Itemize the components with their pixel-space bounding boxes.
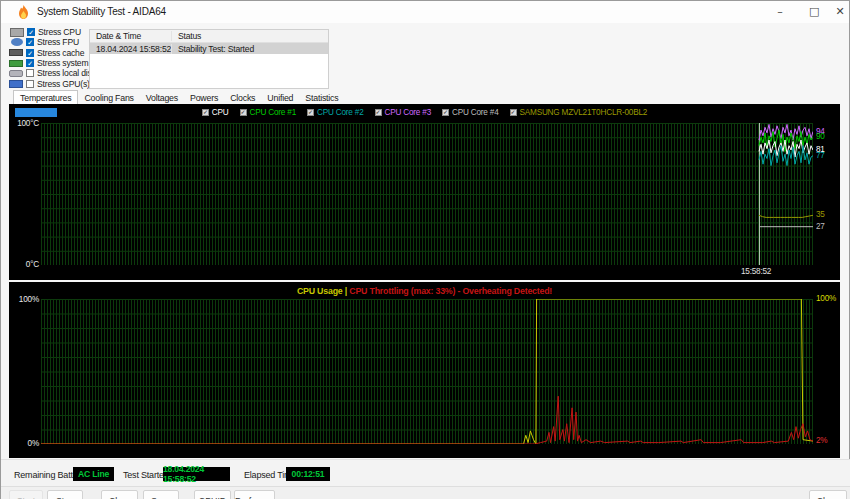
series-end-value-label: 2% xyxy=(816,436,827,445)
memory-icon xyxy=(9,60,23,67)
legend-item: ✓CPU Core #3 xyxy=(375,108,432,117)
aida64-flame-icon xyxy=(17,5,30,19)
series-end-value-label: 90 xyxy=(816,132,825,141)
chart-title-left: CPU Usage xyxy=(297,286,343,296)
y-axis-max-label: 100% xyxy=(11,295,39,304)
tab-statistics[interactable]: Statistics xyxy=(299,91,344,104)
temperature-plot xyxy=(41,123,813,265)
legend-label: SAMSUNG MZVL21T0HCLR-00BL2 xyxy=(520,108,648,117)
stress-option-label: Stress CPU xyxy=(38,27,81,37)
tab-temperatures[interactable]: Temperatures xyxy=(13,90,78,104)
legend-checkbox[interactable]: ✓ xyxy=(375,109,382,116)
legend-checkbox[interactable]: ✓ xyxy=(442,109,449,116)
stress-checkbox[interactable]: ✓ xyxy=(26,59,34,67)
stress-checkbox[interactable]: ✓ xyxy=(27,28,35,36)
column-status: Status xyxy=(172,31,328,41)
column-date-time: Date & Time xyxy=(90,31,172,41)
button-bar: Start Stop Clear Save CPUID Preferences … xyxy=(1,486,850,499)
stress-option-row: Stress GPU(s) xyxy=(9,78,91,88)
table-row[interactable]: 18.04.2024 15:58:52 Stability Test: Star… xyxy=(90,43,328,54)
tab-clocks[interactable]: Clocks xyxy=(224,91,261,104)
elapsed-time-value: 00:12:51 xyxy=(286,467,330,481)
temperature-chart-panel: ✓CPU✓CPU Core #1✓CPU Core #2✓CPU Core #3… xyxy=(9,104,840,280)
legend-label: CPU Core #4 xyxy=(452,108,499,117)
stress-option-label: Stress FPU xyxy=(37,37,79,47)
legend-label: CPU Core #1 xyxy=(250,108,297,117)
stress-option-row: ✓Stress CPU xyxy=(9,27,91,37)
fpu-icon xyxy=(11,38,23,46)
stress-option-row: ✓Stress FPU xyxy=(9,37,91,47)
event-log-table: Date & Time Status 18.04.2024 15:58:52 S… xyxy=(89,29,329,89)
legend-item: ✓SAMSUNG MZVL21T0HCLR-00BL2 xyxy=(510,108,648,117)
legend-checkbox[interactable]: ✓ xyxy=(202,109,209,116)
y-axis-min-label: 0°C xyxy=(11,260,39,269)
stress-option-row: ✓Stress system memory xyxy=(9,58,91,68)
close-button[interactable]: Close xyxy=(809,490,847,499)
preferences-button[interactable]: Preferences xyxy=(234,490,275,499)
stress-checkbox[interactable] xyxy=(26,69,34,77)
series-cpu-throttling xyxy=(41,396,813,444)
event-log-header: Date & Time Status xyxy=(90,30,328,43)
stress-options-panel: ✓Stress CPU✓Stress FPU✓Stress cache✓Stre… xyxy=(9,27,91,89)
test-started-value: 18.04.2024 15:58:52 xyxy=(163,467,230,481)
tab-voltages[interactable]: Voltages xyxy=(140,91,184,104)
event-status: Stability Test: Started xyxy=(172,44,328,54)
cpuid-button[interactable]: CPUID xyxy=(194,490,231,499)
series-end-value-label: 77 xyxy=(816,151,825,160)
time-axis-label: 15:58:52 xyxy=(741,267,771,276)
start-button: Start xyxy=(9,490,43,499)
legend-item: ✓CPU Core #4 xyxy=(442,108,499,117)
close-window-button[interactable]: ✕ xyxy=(825,1,850,23)
stress-checkbox[interactable]: ✓ xyxy=(26,49,34,57)
series-end-value-label: 35 xyxy=(816,210,825,219)
event-datetime: 18.04.2024 15:58:52 xyxy=(90,44,172,54)
legend-label: CPU Core #3 xyxy=(385,108,432,117)
stress-option-row: Stress local disks xyxy=(9,68,91,78)
stop-button[interactable]: Stop xyxy=(47,490,83,499)
legend-item: ✓CPU xyxy=(202,108,229,117)
stress-option-label: Stress GPU(s) xyxy=(37,79,90,89)
chart-tabs: TemperaturesCooling FansVoltagesPowersCl… xyxy=(13,91,345,104)
cpu-usage-chart-panel: CPU Usage | CPU Throttling (max: 33%) - … xyxy=(9,282,840,458)
clear-button[interactable]: Clear xyxy=(101,490,138,499)
gpu-icon xyxy=(9,80,23,88)
cpu-usage-chart-title: CPU Usage | CPU Throttling (max: 33%) - … xyxy=(9,286,840,296)
tab-powers[interactable]: Powers xyxy=(184,91,224,104)
disk-icon xyxy=(9,70,23,77)
chart-title-right: CPU Throttling (max: 33%) - Overheating … xyxy=(347,286,552,296)
cpu-icon xyxy=(10,28,24,37)
stress-checkbox[interactable]: ✓ xyxy=(26,38,34,46)
legend-checkbox[interactable]: ✓ xyxy=(510,109,517,116)
save-button[interactable]: Save xyxy=(143,490,179,499)
legend-item: ✓CPU Core #1 xyxy=(240,108,297,117)
legend-item: ✓CPU Core #2 xyxy=(307,108,364,117)
cache-icon xyxy=(9,49,23,56)
y-axis-max-label: 100°C xyxy=(11,119,39,128)
temperature-legend: ✓CPU✓CPU Core #1✓CPU Core #2✓CPU Core #3… xyxy=(9,106,840,118)
status-bar: Remaining Battery: AC Line Test Started:… xyxy=(1,459,850,487)
legend-label: CPU xyxy=(212,108,229,117)
stress-option-row: ✓Stress cache xyxy=(9,48,91,58)
tab-cooling-fans[interactable]: Cooling Fans xyxy=(78,91,139,104)
y-axis-min-label: 0% xyxy=(11,439,39,448)
stress-checkbox[interactable] xyxy=(26,80,34,88)
series-end-value-label: 27 xyxy=(816,222,825,231)
app-window: System Stability Test - AIDA64 – □ ✕ ✓St… xyxy=(0,0,850,499)
window-title: System Stability Test - AIDA64 xyxy=(37,6,166,17)
legend-checkbox[interactable]: ✓ xyxy=(307,109,314,116)
tab-unified[interactable]: Unified xyxy=(261,91,299,104)
legend-checkbox[interactable]: ✓ xyxy=(240,109,247,116)
series-end-value-label: 100% xyxy=(816,294,836,303)
stress-option-label: Stress cache xyxy=(37,48,84,58)
legend-label: CPU Core #2 xyxy=(317,108,364,117)
titlebar: System Stability Test - AIDA64 – □ ✕ xyxy=(1,1,849,23)
cpu-usage-plot xyxy=(41,299,813,444)
remaining-battery-value: AC Line xyxy=(73,467,114,481)
minimize-button[interactable]: – xyxy=(765,1,795,23)
